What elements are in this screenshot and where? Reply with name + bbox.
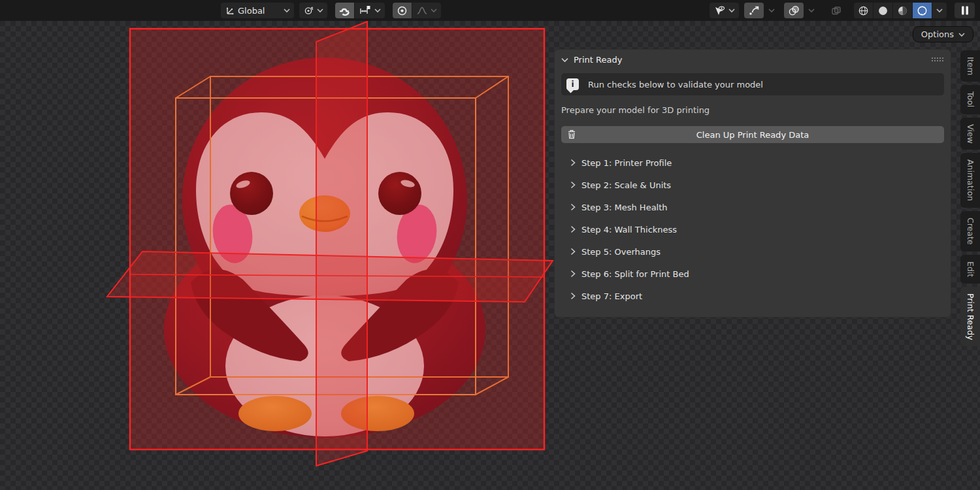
step-label: Step 7: Export — [581, 291, 642, 301]
step-label: Step 5: Overhangs — [581, 247, 661, 257]
falloff-curve-icon — [416, 5, 428, 16]
shading-solid-icon — [877, 5, 889, 16]
xray-icon — [830, 5, 842, 16]
overlays-dropdown[interactable] — [804, 3, 819, 18]
info-message: Run checks below to validate your model — [588, 80, 763, 90]
shading-dropdown[interactable] — [932, 3, 947, 18]
chevron-down-icon — [728, 8, 735, 13]
chevron-right-icon — [570, 270, 576, 278]
proportional-editing-icon — [397, 5, 408, 16]
tab-item[interactable]: Item — [960, 50, 980, 82]
step-panel-export[interactable]: Step 7: Export — [555, 285, 951, 307]
step-label: Step 1: Printer Profile — [581, 158, 672, 168]
chevron-down-icon — [561, 57, 568, 63]
snap-target-dropdown[interactable] — [355, 3, 385, 18]
tab-edit[interactable]: Edit — [960, 255, 980, 284]
pivot-point-icon — [303, 5, 314, 16]
gizmos-icon — [748, 5, 760, 16]
chevron-down-icon — [958, 32, 965, 37]
step-label: Step 2: Scale & Units — [581, 180, 671, 190]
step-label: Step 6: Split for Print Bed — [581, 269, 689, 279]
shading-solid-button[interactable] — [874, 3, 892, 18]
chevron-right-icon — [570, 248, 576, 255]
transform-orientation-label: Global — [238, 6, 265, 16]
gizmos-dropdown[interactable] — [764, 3, 779, 18]
chevron-right-icon — [570, 181, 576, 189]
step-panel-scale-units[interactable]: Step 2: Scale & Units — [555, 174, 951, 196]
chevron-down-icon — [808, 8, 815, 13]
xray-toggle[interactable] — [826, 3, 846, 18]
proportional-editing-toggle[interactable] — [393, 3, 412, 18]
tab-print-ready[interactable]: Print Ready — [960, 287, 980, 347]
snap-toggle-button[interactable] — [335, 3, 354, 18]
print-ready-panel: Print Ready i Run checks below to valida… — [554, 49, 951, 318]
step-label: Step 4: Wall Thickness — [581, 225, 677, 235]
shading-wireframe-icon — [858, 5, 869, 16]
tab-animation[interactable]: Animation — [960, 153, 980, 208]
options-dropdown[interactable]: Options — [913, 26, 973, 42]
overlays-icon — [788, 5, 800, 16]
shading-material-button[interactable] — [893, 3, 912, 18]
shading-wireframe-button[interactable] — [854, 3, 873, 18]
display-settings-group — [710, 3, 975, 18]
pause-icon — [961, 6, 969, 15]
chevron-right-icon — [570, 203, 576, 211]
panel-drag-grip[interactable] — [931, 56, 944, 63]
chevron-right-icon — [570, 225, 576, 233]
cleanup-button-label: Clean Up Print Ready Data — [696, 130, 809, 140]
steps-list: Step 1: Printer Profile Step 2: Scale & … — [555, 152, 951, 307]
step-panel-overhangs[interactable]: Step 5: Overhangs — [555, 240, 951, 263]
chevron-down-icon — [431, 8, 437, 13]
transform-settings-group: Global — [221, 3, 441, 18]
tab-label: Create — [966, 218, 975, 245]
step-panel-split-print-bed[interactable]: Step 6: Split for Print Bed — [555, 263, 951, 285]
show-gizmo-dropdown[interactable] — [710, 3, 739, 18]
chevron-down-icon — [768, 8, 775, 13]
penguin-beak — [299, 195, 350, 232]
shading-material-icon — [897, 5, 908, 16]
step-panel-mesh-health[interactable]: Step 3: Mesh Health — [555, 196, 951, 218]
tab-view[interactable]: View — [960, 118, 980, 150]
snap-increment-icon — [359, 5, 372, 16]
chevron-down-icon — [936, 8, 943, 13]
sidebar-tab-rail: Item Tool View Animation Create Edit Pri… — [958, 50, 980, 346]
options-label: Options — [921, 29, 954, 39]
penguin-eye-right — [378, 172, 421, 215]
tab-label: Animation — [966, 159, 975, 201]
chevron-down-icon — [317, 8, 323, 13]
step-panel-wall-thickness[interactable]: Step 4: Wall Thickness — [555, 218, 951, 240]
transform-orientation-dropdown[interactable]: Global — [221, 3, 294, 18]
step-label: Step 3: Mesh Health — [581, 203, 668, 212]
tab-label: Tool — [966, 91, 975, 107]
snap-magnet-icon — [339, 5, 350, 16]
chevron-right-icon — [570, 159, 576, 167]
transform-orientation-icon — [225, 5, 235, 16]
tab-tool[interactable]: Tool — [960, 85, 980, 114]
validation-info-box: i Run checks below to validate your mode… — [561, 73, 944, 95]
tab-label: View — [966, 124, 975, 144]
show-gizmo-icon — [713, 5, 726, 16]
cleanup-button[interactable]: Clean Up Print Ready Data — [561, 126, 944, 143]
panel-title: Print Ready — [574, 55, 622, 65]
penguin-eye-left — [230, 172, 273, 215]
gizmos-toggle[interactable] — [744, 3, 764, 18]
trash-icon — [566, 129, 577, 140]
tab-create[interactable]: Create — [960, 211, 980, 252]
penguin-model[interactable] — [164, 57, 485, 438]
viewport-header: Global — [0, 0, 980, 21]
panel-description: Prepare your model for 3D printing — [561, 105, 944, 115]
overlays-toggle[interactable] — [784, 3, 804, 18]
tab-label: Edit — [966, 261, 975, 277]
penguin-foot-left — [238, 396, 312, 431]
proportional-falloff-dropdown[interactable] — [412, 3, 441, 18]
shading-rendered-icon — [917, 5, 928, 16]
pivot-point-dropdown[interactable] — [299, 3, 327, 18]
penguin-foot-right — [341, 396, 414, 431]
chevron-right-icon — [570, 292, 576, 300]
tab-label: Item — [966, 57, 975, 75]
shading-rendered-button[interactable] — [913, 3, 932, 18]
step-panel-printer-profile[interactable]: Step 1: Printer Profile — [555, 152, 951, 174]
print-ready-panel-header[interactable]: Print Ready — [555, 50, 951, 69]
pause-button[interactable] — [955, 3, 975, 18]
tab-label: Print Ready — [966, 293, 975, 340]
